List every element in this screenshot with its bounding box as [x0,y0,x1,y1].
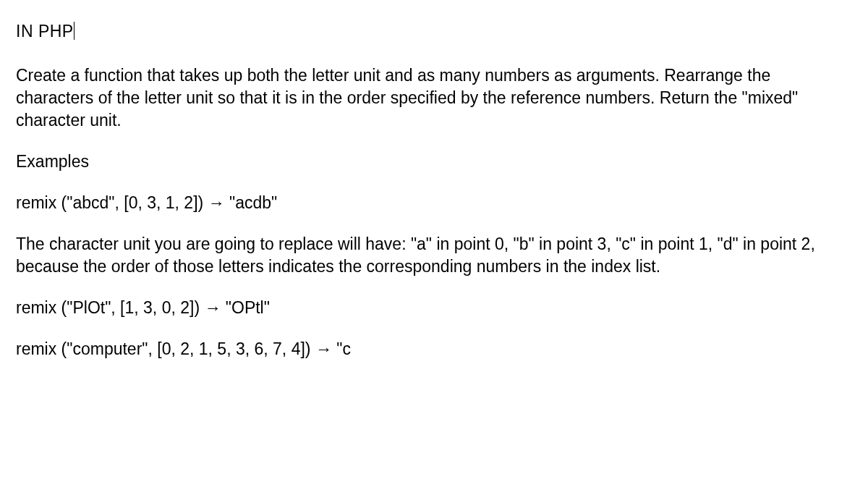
example-1: remix ("abcd", [0, 3, 1, 2]) → "acdb" [16,192,852,214]
document-page: IN PHP Create a function that takes up b… [0,0,868,394]
heading-text: IN PHP [16,22,74,41]
explanation-paragraph: The character unit you are going to repl… [16,233,852,278]
examples-heading: Examples [16,151,852,173]
example-3: remix ("computer", [0, 2, 1, 5, 3, 6, 7,… [16,338,852,360]
language-heading: IN PHP [16,20,852,43]
intro-paragraph: Create a function that takes up both the… [16,64,852,132]
example-2: remix ("PlOt", [1, 3, 0, 2]) → "OPtl" [16,297,852,319]
text-cursor [74,22,75,40]
